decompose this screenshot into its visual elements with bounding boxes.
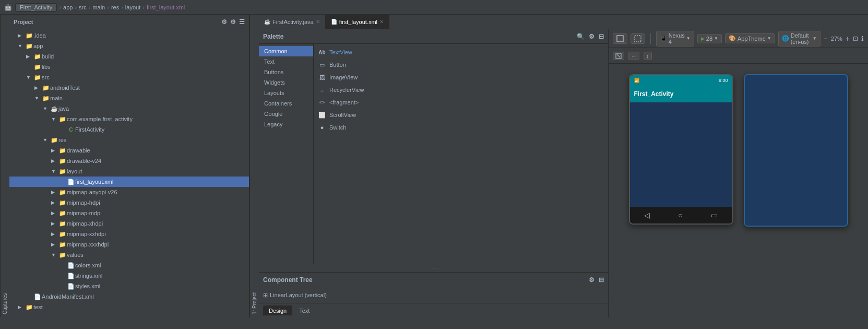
tree-item-java[interactable]: ▼ ☕ java xyxy=(9,103,249,114)
zoom-minus-btn[interactable]: − xyxy=(824,34,828,43)
project-side-label[interactable]: 1: Project xyxy=(249,15,259,318)
component-linearlayout[interactable]: ⊞ LinearLayout (vertical) xyxy=(263,289,604,301)
nav-recent-btn[interactable]: ▭ xyxy=(711,211,718,219)
palette-cat-common[interactable]: Common xyxy=(259,46,313,56)
palette-widget-button[interactable]: ▭ Button xyxy=(314,58,608,71)
tree-item-manifest[interactable]: 📄 AndroidManifest.xml xyxy=(9,291,249,302)
tree-item-drawable-v24[interactable]: ▶ 📁 drawable-v24 xyxy=(9,156,249,166)
tree-item-layout[interactable]: ▼ 📁 layout xyxy=(9,166,249,177)
align-horizontal-btn[interactable]: ↔ xyxy=(628,52,639,60)
nav-home-btn[interactable]: ○ xyxy=(678,211,682,219)
tab-first-layout-xml[interactable]: 📄 first_layout.xml ✕ xyxy=(326,15,389,29)
tree-item-main[interactable]: ▼ 📁 main xyxy=(9,93,249,103)
tree-item-mipmap-xhdpi[interactable]: ▶ 📁 mipmap-xhdpi xyxy=(9,218,249,229)
palette-widget-recyclerview[interactable]: ≡ RecyclerView xyxy=(314,84,608,96)
tree-item-app[interactable]: ▼ 📁 app xyxy=(9,41,249,51)
palette-widget-switch[interactable]: ● Switch xyxy=(314,121,608,134)
palette-layout-icon[interactable]: ⊟ xyxy=(599,33,604,40)
toggle-constraints-btn[interactable] xyxy=(613,52,624,60)
component-tree-settings-icon[interactable]: ⚙ xyxy=(589,276,594,284)
tree-item-values[interactable]: ▼ 📁 values xyxy=(9,250,249,260)
switch-icon: ● xyxy=(318,124,326,131)
imageview-icon: 🖼 xyxy=(318,74,326,80)
folder-icon-mipmap-xxhdpi: 📁 xyxy=(58,231,67,238)
tab-text[interactable]: Text xyxy=(293,306,315,316)
tree-item-colors[interactable]: 📄 colors.xml xyxy=(9,260,249,271)
tree-item-mipmap-mdpi[interactable]: ▶ 📁 mipmap-mdpi xyxy=(9,208,249,218)
phone-status-bar: 📶 8:00 xyxy=(630,75,732,86)
close-java-tab[interactable]: ✕ xyxy=(316,19,320,25)
gear-icon[interactable]: ⚙ xyxy=(230,18,236,26)
tree-item-src[interactable]: ▼ 📁 src xyxy=(9,72,249,83)
fit-screen-btn[interactable]: ⊡ xyxy=(853,35,858,42)
palette-widget-fragment[interactable]: <> <fragment> xyxy=(314,96,608,109)
palette-widget-label-imageview: ImageView xyxy=(329,74,358,80)
palette-widget-label-scrollview: ScrollView xyxy=(329,112,356,118)
tree-item-first-layout[interactable]: 📄 first_layout.xml xyxy=(9,177,249,187)
device-icon: 📱 xyxy=(660,35,667,42)
tree-item-idea[interactable]: ▶ 📁 .idea xyxy=(9,30,249,41)
palette-settings-icon[interactable]: ⚙ xyxy=(589,33,594,40)
tab-firstactivity-java[interactable]: ☕ FirstActivity.java ✕ xyxy=(259,15,326,29)
palette-search-icon[interactable]: 🔍 xyxy=(577,33,585,40)
tree-item-mipmap-xxhdpi[interactable]: ▶ 📁 mipmap-xxhdpi xyxy=(9,229,249,239)
palette-widgets-list: Ab TextView ▭ Button 🖼 ImageView xyxy=(314,44,608,264)
palette-cat-legacy[interactable]: Legacy xyxy=(259,119,313,130)
breadcrumb-first-activity[interactable]: First_Activity xyxy=(15,3,57,11)
phone-preview-blueprint xyxy=(744,74,848,227)
tree-item-mipmap-xxxhdpi[interactable]: ▶ 📁 mipmap-xxxhdpi xyxy=(9,239,249,250)
breadcrumb: First_Activity › app › src › main › res … xyxy=(15,3,185,11)
tree-item-package[interactable]: ▼ 📁 com.example.first_activity xyxy=(9,114,249,124)
zoom-plus-btn[interactable]: + xyxy=(846,34,850,43)
tree-item-firstactivity[interactable]: C FirstActivity xyxy=(9,124,249,135)
arrow-java: ▼ xyxy=(43,106,50,111)
palette-widget-imageview[interactable]: 🖼 ImageView xyxy=(314,71,608,84)
tab-design[interactable]: Design xyxy=(263,306,292,316)
tree-item-drawable[interactable]: ▶ 📁 drawable xyxy=(9,145,249,156)
phone-content-area xyxy=(630,102,732,207)
palette-cat-widgets[interactable]: Widgets xyxy=(259,77,313,88)
align-vertical-btn[interactable]: ↕ xyxy=(644,52,652,60)
button-icon: ▭ xyxy=(318,62,326,68)
tree-item-libs[interactable]: 📁 libs xyxy=(9,62,249,72)
info-btn[interactable]: ℹ xyxy=(861,35,864,42)
settings-icon[interactable]: ⚙ xyxy=(221,18,227,26)
palette-widget-textview[interactable]: Ab TextView xyxy=(314,46,608,58)
tree-item-mipmap-anydpi[interactable]: ▶ 📁 mipmap-anydpi-v26 xyxy=(9,187,249,197)
arrow-mipmap-anydpi: ▶ xyxy=(51,190,58,195)
tree-item-res[interactable]: ▼ 📁 res xyxy=(9,135,249,145)
palette-cat-layouts[interactable]: Layouts xyxy=(259,88,313,98)
design-mode-button[interactable] xyxy=(613,33,627,44)
zoom-controls: − 27% + ⊡ ℹ xyxy=(824,34,864,43)
tab-label-java: FirstActivity.java xyxy=(272,19,314,25)
nav-back-btn[interactable]: ◁ xyxy=(644,211,650,219)
palette-cat-containers[interactable]: Containers xyxy=(259,98,313,109)
palette-cat-buttons[interactable]: Buttons xyxy=(259,67,313,77)
panel-title: Project xyxy=(14,19,33,25)
arrow-values: ▼ xyxy=(51,252,58,257)
tree-item-styles[interactable]: 📄 styles.xml xyxy=(9,281,249,291)
palette-body: Common Text Buttons Widgets Layouts Cont… xyxy=(259,44,608,264)
locale-dropdown[interactable]: 🌐 Default (en-us) ▼ xyxy=(778,31,821,46)
arrow-drawable-v24: ▶ xyxy=(51,158,58,163)
close-xml-tab[interactable]: ✕ xyxy=(379,19,384,25)
palette-cat-google[interactable]: Google xyxy=(259,109,313,119)
theme-dropdown[interactable]: 🎨 AppTheme ▼ xyxy=(725,33,775,43)
captures-panel[interactable]: Captures xyxy=(0,15,9,318)
tree-item-mipmap-hdpi[interactable]: ▶ 📁 mipmap-hdpi xyxy=(9,197,249,208)
device-chevron: ▼ xyxy=(686,36,691,41)
tree-item-strings[interactable]: 📄 strings.xml xyxy=(9,271,249,281)
blueprint-mode-button[interactable] xyxy=(631,33,645,44)
tree-item-test[interactable]: ▶ 📁 test xyxy=(9,302,249,312)
tree-item-build[interactable]: ▶ 📁 build xyxy=(9,51,249,62)
api-dropdown[interactable]: ▶ 28 ▼ xyxy=(697,34,722,43)
tree-item-androidtest[interactable]: ▶ 📁 androidTest xyxy=(9,83,249,93)
filter-icon[interactable]: ☰ xyxy=(239,18,245,26)
app-name-label: First_Activity xyxy=(634,90,674,98)
xml-file-icon: 📄 xyxy=(331,19,337,25)
palette-cat-text[interactable]: Text xyxy=(259,56,313,67)
device-dropdown[interactable]: 📱 Nexus 4 ▼ xyxy=(656,31,694,46)
blueprint-frame xyxy=(744,74,848,227)
component-tree-layout-icon[interactable]: ⊟ xyxy=(599,276,604,284)
palette-widget-scrollview[interactable]: ⬜ ScrollView xyxy=(314,109,608,121)
